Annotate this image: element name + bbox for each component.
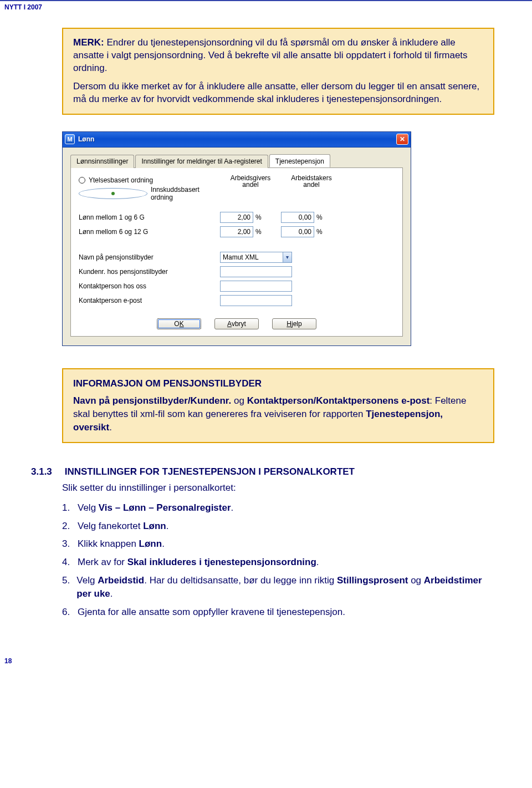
col-arbeidsgivers: Arbeidsgiversandel <box>220 175 281 203</box>
note-p1: Endrer du tjenestepensjonsordning vil du… <box>73 37 468 73</box>
chevron-down-icon[interactable]: ▾ <box>283 252 291 262</box>
note-box-1: MERK: Endrer du tjenestepensjonsordning … <box>62 28 494 115</box>
app-icon: M <box>65 134 75 144</box>
row1-arbeidsgiver-input[interactable] <box>220 212 253 223</box>
page-root: NYTT I 2007 MERK: Endrer du tjenestepens… <box>0 0 532 676</box>
radio-innskuddsbasert[interactable]: Innskuddsbasert ordning <box>79 186 220 201</box>
row1-label: Lønn mellom 1 og 6 G <box>79 213 220 221</box>
row2-arbeidsgiver-input[interactable] <box>220 226 253 237</box>
kundenr-label: Kundenr. hos pensjonstilbyder <box>79 268 220 276</box>
section-number: 3.1.3 <box>31 465 62 479</box>
row2-arbeidstaker-input[interactable] <box>281 226 314 237</box>
content: MERK: Endrer du tjenestepensjonsordning … <box>0 11 532 619</box>
dialog-window: M Lønn ✕ Lønnsinnstillinger Innstillinge… <box>62 131 411 346</box>
hjelp-button[interactable]: Hjelp <box>272 318 316 329</box>
percent-label: % <box>316 228 323 236</box>
dialog-titlebar[interactable]: M Lønn ✕ <box>63 132 411 148</box>
row1-arbeidstaker-input[interactable] <box>281 212 314 223</box>
note-merk: MERK: <box>73 37 104 48</box>
list-item: 1.Velg Vis – Lønn – Personalregister. <box>62 501 494 515</box>
note-p2: Dersom du ikke merket av for å inkludere… <box>73 80 483 106</box>
section-313: 3.1.3 INNSTILLINGER FOR TJENESTEPENSJON … <box>31 465 494 619</box>
radio-ytelsesbasert[interactable]: Ytelsesbasert ordning <box>79 176 220 184</box>
list-item: 3.Klikk knappen Lønn. <box>62 537 494 551</box>
radio-icon <box>79 188 147 199</box>
navn-select-value: Mamut XML <box>221 253 283 261</box>
tab-strip: Lønnsinnstillinger Innstillinger for mel… <box>70 154 403 168</box>
list-item: 6.Gjenta for alle ansatte som oppfyller … <box>62 606 494 619</box>
tab-aa-registeret[interactable]: Innstillinger for meldinger til Aa-regis… <box>135 155 268 168</box>
dialog-title: Lønn <box>78 135 396 143</box>
radio-label: Innskuddsbasert ordning <box>151 186 220 201</box>
tab-lonnsinnstillinger[interactable]: Lønnsinnstillinger <box>70 155 134 168</box>
radio-label: Ytelsesbasert ordning <box>89 176 153 184</box>
navn-select[interactable]: Mamut XML ▾ <box>220 252 292 263</box>
col-arbeidstakers: Arbeidstakersandel <box>281 175 342 203</box>
section-list: 1.Velg Vis – Lønn – Personalregister. 2.… <box>62 501 494 619</box>
kundenr-input[interactable] <box>220 266 292 277</box>
list-item: 4.Merk av for Skal inkluderes i tjeneste… <box>62 556 494 570</box>
tab-tjenestepensjon[interactable]: Tjenestepensjon <box>269 154 330 167</box>
section-intro: Slik setter du innstillinger i personalk… <box>62 481 494 495</box>
page-number: 18 <box>0 624 532 665</box>
button-row: OK Avbryt Hjelp <box>79 318 395 329</box>
dialog-body: Lønnsinnstillinger Innstillinger for mel… <box>63 148 411 345</box>
percent-label: % <box>255 213 262 221</box>
kontakt-input[interactable] <box>220 281 292 292</box>
avbryt-button[interactable]: Avbryt <box>214 318 259 329</box>
navn-label: Navn på pensjonstilbyder <box>79 253 220 261</box>
tab-pane: Ytelsesbasert ordning Innskuddsbasert or… <box>70 168 403 337</box>
row2-label: Lønn mellom 6 og 12 G <box>79 228 220 236</box>
epost-input[interactable] <box>220 295 292 306</box>
percent-label: % <box>255 228 262 236</box>
info-body: Navn på pensjonstilbyder/Kundenr. og Kon… <box>73 394 483 434</box>
radio-icon <box>79 177 85 184</box>
list-item: 5.Velg Arbeidstid. Har du deltidsansatte… <box>62 574 494 601</box>
section-title: INNSTILLINGER FOR TJENESTEPENSJON I PERS… <box>65 466 355 477</box>
epost-label: Kontaktperson e-post <box>79 297 220 304</box>
ok-button[interactable]: OK <box>157 318 201 329</box>
percent-label: % <box>316 213 323 221</box>
info-title: INFORMASJON OM PENSJONSTILBYDER <box>73 377 483 390</box>
list-item: 2.Velg fanekortet Lønn. <box>62 520 494 533</box>
kontakt-label: Kontaktperson hos oss <box>79 282 220 290</box>
header-label: NYTT I 2007 <box>0 1 532 11</box>
info-box: INFORMASJON OM PENSJONSTILBYDER Navn på … <box>62 368 494 443</box>
close-icon[interactable]: ✕ <box>396 134 408 145</box>
